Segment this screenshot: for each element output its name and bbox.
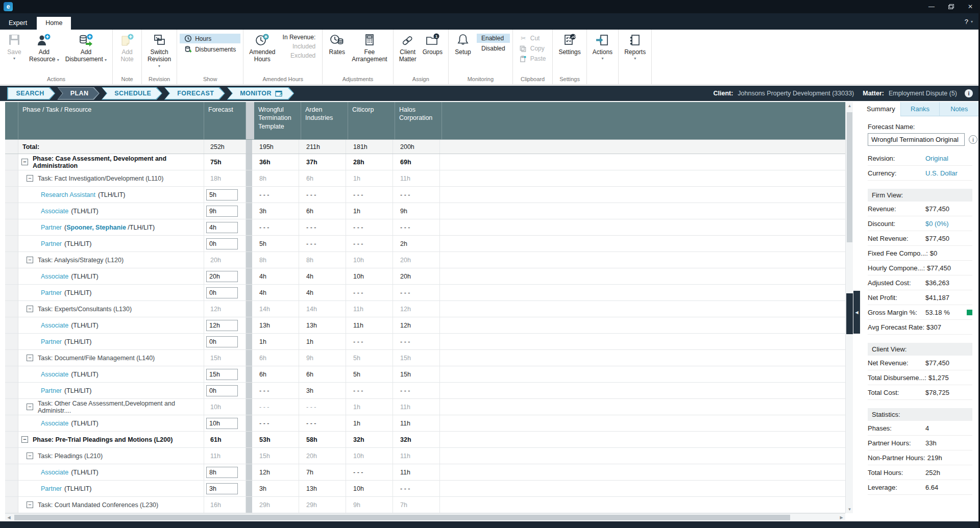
forecast-input[interactable] xyxy=(206,369,238,380)
tab-notes[interactable]: Notes xyxy=(939,102,978,116)
step-search[interactable]: SEARCH xyxy=(8,88,55,99)
collapse-icon[interactable]: − xyxy=(27,501,33,508)
client-value[interactable]: Johnsons Property Development (33033) xyxy=(738,90,854,97)
close-button[interactable]: ✕ xyxy=(961,0,980,13)
tab-home[interactable]: Home xyxy=(37,17,71,30)
forecast-name-info-icon[interactable]: i xyxy=(969,135,977,144)
scroll-right-icon[interactable]: ▶ xyxy=(838,514,845,521)
matter-value[interactable]: Employment Dispute (5) xyxy=(889,90,957,97)
grid-row-task[interactable]: −Task: Court Mandated Conferences (L230)… xyxy=(5,497,845,513)
grid-row-resource[interactable]: Partner(TLH/LIT)- - -3h- - -- - - xyxy=(5,383,845,399)
horizontal-scrollbar[interactable]: ◀ ▶ xyxy=(5,513,845,521)
vertical-scrollbar[interactable]: ▲ ▼ xyxy=(845,102,853,513)
collapse-icon[interactable]: − xyxy=(21,159,28,165)
row-filler xyxy=(440,334,845,349)
forecast-input[interactable] xyxy=(206,418,238,429)
forecast-input[interactable] xyxy=(206,483,238,494)
collapse-icon[interactable]: − xyxy=(27,306,33,312)
grid-row-task[interactable]: −Task: Other Case Assessment,Development… xyxy=(5,399,845,415)
grid-row-task[interactable]: −Task: Experts/Consultants (L130)12h14h1… xyxy=(5,301,845,317)
actions-menu-button[interactable]: Actions ▾ xyxy=(590,32,616,61)
client-matter-button[interactable]: Client Matter xyxy=(396,32,420,63)
template-value-cell: 15h xyxy=(252,448,299,464)
panel-row-label: Non-Partner Hours: xyxy=(868,454,927,462)
setup-button[interactable]: Setup xyxy=(451,32,475,56)
resource-detail: (TLH/LIT) xyxy=(71,322,98,329)
panel-row-link[interactable]: $0 (0%) xyxy=(925,220,949,228)
collapse-icon[interactable]: − xyxy=(27,355,33,361)
minimize-button[interactable]: — xyxy=(922,0,941,13)
forecast-input[interactable] xyxy=(206,238,238,249)
collapse-icon[interactable]: − xyxy=(27,257,33,263)
template-value-cell: 20h xyxy=(393,252,440,268)
add-resource-button[interactable]: Add Resource ▾ xyxy=(26,32,62,63)
forecast-input[interactable] xyxy=(206,189,238,200)
panel-collapse-handle[interactable]: ◀ xyxy=(853,291,860,334)
tab-expert[interactable]: Expert xyxy=(0,17,36,30)
grid-row-phase[interactable]: −Phase: Case Assessment, Development and… xyxy=(5,154,845,170)
ribbon-group-assign: Client Matter 1 Groups Assign xyxy=(394,30,449,84)
scroll-up-icon[interactable]: ▲ xyxy=(846,102,853,110)
grid-row-task[interactable]: −Task: Analysis/Strategy (L120)20h8h8h10… xyxy=(5,252,845,268)
reports-button[interactable]: Reports ▾ xyxy=(621,32,649,61)
forecast-name-input[interactable] xyxy=(868,133,965,146)
panel-row-link[interactable]: Original xyxy=(925,155,948,162)
show-disbursements-toggle[interactable]: Disbursements xyxy=(180,44,240,54)
collapse-icon[interactable]: − xyxy=(27,404,33,410)
forecast-cell: 61h xyxy=(204,432,246,447)
collapse-icon[interactable]: − xyxy=(27,452,33,459)
vertical-scrollbar-thumb[interactable] xyxy=(847,112,852,242)
grid-row-resource[interactable]: Partner(TLH/LIT)4h4h- - -- - - xyxy=(5,285,845,301)
vertical-scrollbar-thumb-dark[interactable] xyxy=(846,293,853,334)
fee-arrangement-button[interactable]: Fee Arrangement xyxy=(349,32,390,63)
grid-row-resource[interactable]: Associate(TLH/LIT)- - -- - -1h11h xyxy=(5,415,845,432)
grid-row-resource[interactable]: Associate(TLH/LIT)3h6h1h9h xyxy=(5,203,845,219)
grid-row-resource[interactable]: Partner(TLH/LIT)5h- - -- - -2h xyxy=(5,236,845,252)
rates-button[interactable]: Rates xyxy=(325,32,349,56)
forecast-input[interactable] xyxy=(206,385,238,396)
settings-button[interactable]: Settings xyxy=(555,32,583,56)
amended-hours-button[interactable]: Amended Hours xyxy=(246,32,278,63)
grid-row-resource[interactable]: Partner(Spooner, Stephanie /TLH/LIT)- - … xyxy=(5,219,845,236)
horizontal-scrollbar-thumb[interactable] xyxy=(14,515,790,520)
tab-summary[interactable]: Summary xyxy=(862,102,900,116)
scroll-left-icon[interactable]: ◀ xyxy=(5,514,13,521)
collapse-icon[interactable]: − xyxy=(21,436,28,443)
grid-row-resource[interactable]: Associate(TLH/LIT)6h6h5h15h xyxy=(5,366,845,383)
step-plan[interactable]: PLAN xyxy=(58,88,99,99)
forecast-input[interactable] xyxy=(206,206,238,217)
groups-button[interactable]: 1 Groups xyxy=(420,32,446,56)
grid-row-resource[interactable]: Partner(TLH/LIT)1h1h- - -- - - xyxy=(5,334,845,350)
step-monitor[interactable]: MONITOR xyxy=(228,88,293,99)
show-hours-toggle[interactable]: Hours xyxy=(180,34,240,43)
add-disbursement-button[interactable]: Add Disbursement ▾ xyxy=(62,32,110,63)
forecast-input[interactable] xyxy=(206,320,238,331)
collapse-icon[interactable]: − xyxy=(27,175,33,182)
grid-row-resource[interactable]: Partner(TLH/LIT)3h13h10h- - - xyxy=(5,481,845,497)
tab-ranks[interactable]: Ranks xyxy=(900,102,940,116)
forecast-input[interactable] xyxy=(206,222,238,233)
forecast-input[interactable] xyxy=(206,467,238,478)
grid-row-resource[interactable]: Associate(TLH/LIT)12h7h- - -11h xyxy=(5,464,845,481)
grid-row-resource[interactable]: Research Assistant(TLH/LIT)- - -- - -- -… xyxy=(5,187,845,203)
step-schedule[interactable]: SCHEDULE xyxy=(102,88,161,99)
help-button[interactable]: ? xyxy=(965,18,968,26)
grid-row-task[interactable]: −Task: Document/File Management (L140)15… xyxy=(5,350,845,366)
grid-row-task[interactable]: −Task: Fact Investigation/Development (L… xyxy=(5,170,845,187)
monitoring-disabled-toggle[interactable]: Disabled xyxy=(477,44,510,53)
forecast-input[interactable] xyxy=(206,271,238,282)
grid-row-task[interactable]: −Task: Pleadings (L210)11h15h20h10h11h xyxy=(5,448,845,464)
grid-row-resource[interactable]: Associate(TLH/LIT)4h4h10h20h xyxy=(5,268,845,285)
switch-revision-button[interactable]: Switch Revision ▾ xyxy=(144,32,174,68)
panel-row-link[interactable]: U.S. Dollar xyxy=(925,169,958,177)
grid-row-phase[interactable]: −Phase: Pre-Trial Pleadings and Motions … xyxy=(5,432,845,448)
monitoring-enabled-toggle[interactable]: Enabled xyxy=(477,34,510,43)
step-forecast[interactable]: FORECAST xyxy=(165,88,224,99)
help-caret-icon[interactable]: ▾ xyxy=(971,19,973,24)
scroll-down-icon[interactable]: ▼ xyxy=(846,506,853,513)
forecast-input[interactable] xyxy=(206,287,238,298)
matter-info-icon[interactable]: i xyxy=(965,89,973,97)
forecast-input[interactable] xyxy=(206,336,238,347)
restore-button[interactable] xyxy=(941,0,961,13)
grid-row-resource[interactable]: Associate(TLH/LIT)13h13h11h12h xyxy=(5,317,845,334)
